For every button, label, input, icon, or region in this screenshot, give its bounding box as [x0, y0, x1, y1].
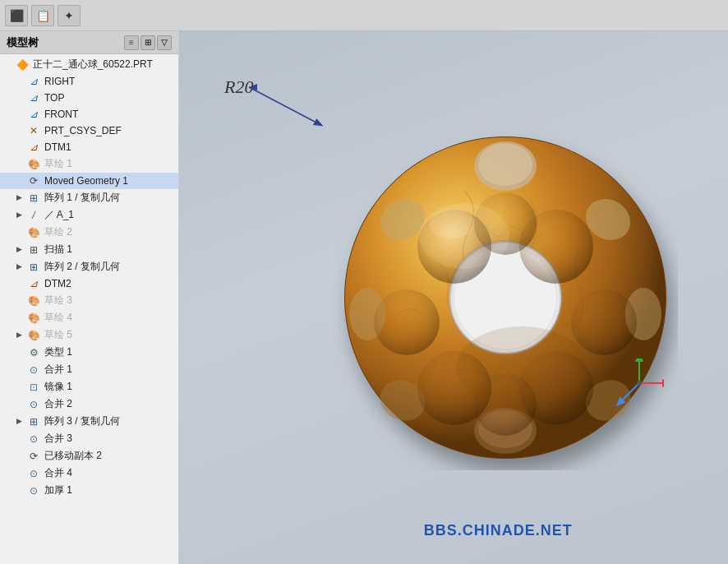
expand-arrow-sketch5[interactable]: ▶	[16, 331, 26, 340]
top-toolbar: ⬛ 📋 ✦	[0, 0, 728, 31]
expand-arrow-sketch3[interactable]	[16, 296, 26, 306]
expand-arrow-root[interactable]	[5, 60, 15, 70]
panel-icon-grid[interactable]: ⊞	[141, 35, 155, 50]
expand-arrow-csys[interactable]	[16, 126, 26, 136]
icon-sketch5: 🎨	[26, 329, 41, 342]
tree-item-dtm1[interactable]: ⊿DTM1	[0, 139, 178, 155]
label-type1: 类型 1	[44, 345, 72, 359]
expand-arrow-sketch2[interactable]	[16, 228, 26, 238]
expand-arrow-dtm1[interactable]	[16, 142, 26, 152]
expand-arrow-sweep1[interactable]: ▶	[16, 245, 26, 255]
expand-arrow-array2[interactable]: ▶	[16, 262, 26, 272]
label-dtm2: DTM2	[44, 278, 71, 289]
icon-sweep1: ⊞	[26, 243, 41, 257]
watermark: BBS.CHINADE.NET	[424, 522, 573, 539]
expand-arrow-axis1[interactable]: ▶	[16, 210, 26, 220]
expand-arrow-array1[interactable]: ▶	[16, 193, 26, 203]
expand-arrow-mirror1[interactable]	[16, 382, 26, 392]
tree-item-sketch5[interactable]: ▶🎨草绘 5	[0, 326, 178, 344]
viewport[interactable]: R20	[179, 31, 728, 564]
tree-item-top[interactable]: ⊿TOP	[0, 90, 178, 106]
tree-item-sketch4[interactable]: 🎨草绘 4	[0, 309, 178, 326]
panel-icon-filter[interactable]: ▽	[157, 35, 172, 50]
tree-item-sweep1[interactable]: ▶⊞扫描 1	[0, 241, 178, 258]
expand-arrow-sketch4[interactable]	[16, 313, 26, 323]
svg-line-29	[249, 87, 315, 122]
label-merge4: 合并 4	[44, 466, 72, 480]
tree-item-front[interactable]: ⊿FRONT	[0, 106, 178, 123]
annotation-text: R20	[224, 76, 253, 97]
label-right: RIGHT	[44, 76, 75, 87]
expand-arrow-top[interactable]	[16, 93, 26, 103]
icon-array3: ⊞	[26, 415, 41, 428]
label-root: 正十二_通心球_60522.PRT	[33, 58, 153, 72]
expand-arrow-type1[interactable]	[16, 348, 26, 358]
tree-item-array2[interactable]: ▶⊞阵列 2 / 复制几何	[0, 258, 178, 275]
svg-marker-30	[249, 84, 257, 90]
main-layout: 模型树 ≡ ⊞ ▽ 🔶正十二_通心球_60522.PRT⊿RIGHT⊿TOP⊿F…	[0, 31, 728, 564]
expand-arrow-array3[interactable]: ▶	[16, 417, 26, 427]
tree-item-moved1[interactable]: ⟳Moved Geometry 1	[0, 173, 178, 189]
expand-arrow-merge4[interactable]	[16, 469, 26, 478]
toolbar-icon-1[interactable]: ⬛	[5, 5, 28, 26]
expand-arrow-add1[interactable]	[16, 486, 26, 496]
panel-title: 模型树	[7, 35, 39, 50]
tree-item-merge1[interactable]: ⊙合并 1	[0, 361, 178, 378]
label-sketch5: 草绘 5	[44, 328, 72, 342]
tree-item-type1[interactable]: ⚙类型 1	[0, 344, 178, 361]
annotation: R20	[224, 76, 253, 98]
tree-item-array1[interactable]: ▶⊞阵列 1 / 复制几何	[0, 189, 178, 206]
tree-item-mirror1[interactable]: ⊡镜像 1	[0, 378, 178, 395]
tree-item-axis1[interactable]: ▶/／ A_1	[0, 206, 178, 224]
icon-merge1: ⊙	[26, 363, 41, 377]
tree-item-csys[interactable]: ✕PRT_CSYS_DEF	[0, 123, 178, 139]
panel-icon-menu[interactable]: ≡	[124, 35, 139, 50]
label-merge3: 合并 3	[44, 432, 72, 446]
tree-item-array3[interactable]: ▶⊞阵列 3 / 复制几何	[0, 413, 178, 430]
expand-arrow-merge1[interactable]	[16, 365, 26, 375]
expand-arrow-merge2[interactable]	[16, 400, 26, 409]
tree-item-sketch3[interactable]: 🎨草绘 3	[0, 292, 178, 309]
tree-item-merge3[interactable]: ⊙合并 3	[0, 430, 178, 447]
tree-item-sketch1[interactable]: 🎨草绘 1	[0, 155, 178, 173]
label-sketch1: 草绘 1	[44, 157, 72, 171]
label-front: FRONT	[44, 109, 78, 120]
expand-arrow-dtm2[interactable]	[16, 279, 26, 289]
3d-model	[333, 125, 678, 470]
tree-item-merge4[interactable]: ⊙合并 4	[0, 465, 178, 482]
icon-array2: ⊞	[26, 261, 41, 274]
tree-item-dtm2[interactable]: ⊿DTM2	[0, 275, 178, 292]
icon-moved2: ⟳	[26, 450, 41, 463]
expand-arrow-right[interactable]	[16, 76, 26, 86]
expand-arrow-sketch1[interactable]	[16, 159, 26, 169]
expand-arrow-merge3[interactable]	[16, 434, 26, 444]
tree-item-add1[interactable]: ⊙加厚 1	[0, 482, 178, 499]
icon-sketch2: 🎨	[26, 226, 41, 239]
toolbar-icon-2[interactable]: 📋	[31, 5, 54, 26]
expand-arrow-moved2[interactable]	[16, 451, 26, 461]
icon-merge2: ⊙	[26, 398, 41, 411]
icon-mirror1: ⊡	[26, 381, 41, 394]
svg-point-8	[478, 143, 532, 186]
tree-item-root[interactable]: 🔶正十二_通心球_60522.PRT	[0, 56, 178, 73]
tree-item-moved2[interactable]: ⟳已移动副本 2	[0, 447, 178, 465]
label-moved2: 已移动副本 2	[44, 449, 102, 463]
label-sketch2: 草绘 2	[44, 225, 72, 239]
toolbar-icon-3[interactable]: ✦	[58, 5, 81, 26]
label-csys: PRT_CSYS_DEF	[44, 125, 122, 136]
svg-point-19	[374, 289, 440, 355]
icon-root: 🔶	[15, 58, 30, 72]
expand-arrow-front[interactable]	[16, 109, 26, 119]
label-array2: 阵列 2 / 复制几何	[44, 260, 120, 274]
icon-dtm2: ⊿	[26, 277, 41, 290]
icon-merge4: ⊙	[26, 467, 41, 480]
icon-top: ⊿	[26, 91, 41, 104]
label-merge1: 合并 1	[44, 363, 72, 377]
tree-item-right[interactable]: ⊿RIGHT	[0, 73, 178, 90]
tree-item-sketch2[interactable]: 🎨草绘 2	[0, 224, 178, 241]
expand-arrow-moved1[interactable]	[16, 176, 26, 186]
icon-array1: ⊞	[26, 192, 41, 205]
tree-item-merge2[interactable]: ⊙合并 2	[0, 395, 178, 413]
left-panel: 模型树 ≡ ⊞ ▽ 🔶正十二_通心球_60522.PRT⊿RIGHT⊿TOP⊿F…	[0, 31, 179, 564]
icon-type1: ⚙	[26, 346, 41, 359]
